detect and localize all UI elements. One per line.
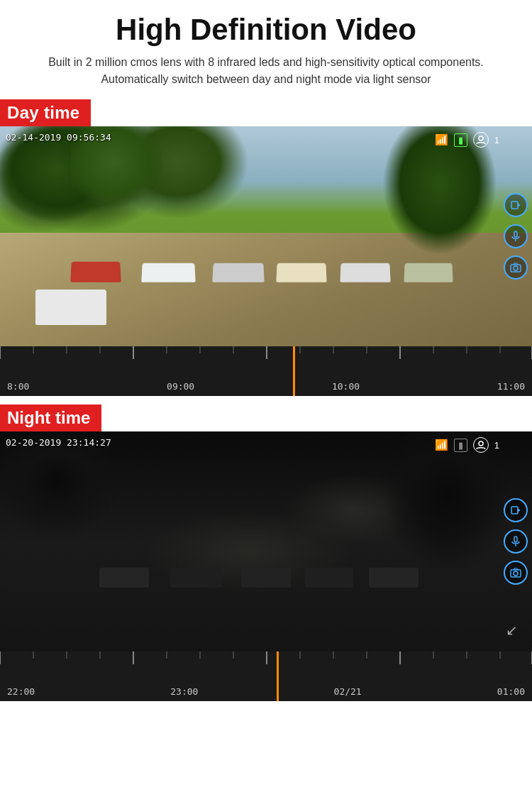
profile-icon: [473, 132, 489, 148]
svg-rect-25: [511, 507, 518, 514]
night-time-label-2: 23:00: [170, 686, 198, 697]
night-timeline: 22:00 23:00 02/21 01:00: [0, 651, 532, 701]
day-timeline-ticks: [0, 346, 532, 382]
night-timeline-cursor: [277, 651, 279, 701]
day-timeline-cursor: [293, 346, 295, 396]
night-car-1: [99, 568, 149, 588]
day-time-label-3: 10:00: [332, 381, 360, 392]
night-car-3: [241, 568, 291, 588]
night-battery-icon: ▮: [454, 439, 467, 452]
night-time-label-3: 02/21: [334, 686, 362, 697]
main-title: High Definition Video: [21, 13, 511, 47]
day-tree-3: [369, 126, 497, 268]
day-time-label: Day time: [7, 103, 79, 123]
day-status-bar: 📶 ▮ 1: [435, 132, 499, 148]
day-side-buttons[interactable]: [504, 193, 528, 280]
night-tree-2: [369, 431, 511, 588]
day-timeline-labels: 8:00 09:00 10:00 11:00: [0, 381, 532, 392]
day-camera-button[interactable]: [504, 255, 528, 280]
night-record-button[interactable]: [504, 498, 528, 522]
night-wifi-icon: 📶: [435, 439, 448, 451]
day-time-label-4: 11:00: [497, 381, 525, 392]
day-camera-viewport: 02-14-2019 09:56:34 📶 ▮ 1: [0, 126, 532, 346]
night-time-label: Night time: [7, 408, 90, 427]
svg-point-0: [479, 136, 483, 141]
day-time-label-2: 09:00: [167, 381, 194, 392]
svg-rect-3: [514, 231, 517, 237]
day-user-count: 1: [494, 135, 499, 145]
wifi-icon: 📶: [435, 133, 448, 146]
day-timestamp: 02-14-2019 09:56:34: [6, 132, 111, 143]
day-timeline: 8:00 09:00 10:00 11:00: [0, 346, 532, 396]
night-profile-icon: [473, 437, 489, 453]
night-time-label-4: 01:00: [497, 686, 525, 697]
day-car-2: [141, 263, 195, 282]
night-cursor-indicator: ↙: [506, 622, 518, 639]
night-car-2: [170, 568, 221, 588]
svg-rect-1: [511, 202, 518, 209]
night-timeline-labels: 22:00 23:00 02/21 01:00: [0, 686, 532, 697]
day-mic-button[interactable]: [504, 224, 528, 248]
night-user-count: 1: [494, 440, 499, 451]
night-camera-section: Night time 02-20-2019 23:14:27 📶 ▮: [0, 404, 532, 701]
header-section: High Definition Video Built in 2 million…: [0, 0, 532, 99]
svg-marker-26: [518, 509, 520, 512]
night-status-bar: 📶 ▮ 1: [435, 437, 499, 453]
day-camera-section: Day time 02-14-2019 09:56:34: [0, 99, 532, 396]
day-van: [35, 290, 106, 325]
subtitle: Built in 2 million cmos lens with 8 infr…: [25, 54, 507, 88]
svg-point-24: [479, 441, 483, 446]
day-record-button[interactable]: [504, 193, 528, 217]
night-camera-viewport: 02-20-2019 23:14:27 📶 ▮ 1: [0, 431, 532, 651]
svg-marker-2: [518, 204, 520, 207]
page-wrapper: High Definition Video Built in 2 million…: [0, 0, 532, 701]
day-car-1: [70, 262, 121, 282]
night-timeline-ticks: [0, 651, 532, 687]
night-side-buttons[interactable]: [504, 498, 528, 585]
day-time-label-1: 8:00: [7, 381, 29, 392]
svg-point-30: [514, 571, 518, 576]
section-gap: [0, 396, 532, 404]
day-car-4: [276, 263, 326, 282]
day-car-3: [212, 263, 264, 282]
night-mic-button[interactable]: [504, 529, 528, 554]
svg-rect-27: [514, 536, 517, 542]
night-time-label-1: 22:00: [7, 686, 35, 697]
battery-icon: ▮: [454, 133, 467, 147]
night-timestamp: 02-20-2019 23:14:27: [6, 437, 111, 448]
night-camera-button[interactable]: [504, 561, 528, 585]
night-tree-1: [0, 431, 128, 545]
night-car-4: [305, 568, 353, 588]
svg-point-6: [514, 266, 518, 270]
